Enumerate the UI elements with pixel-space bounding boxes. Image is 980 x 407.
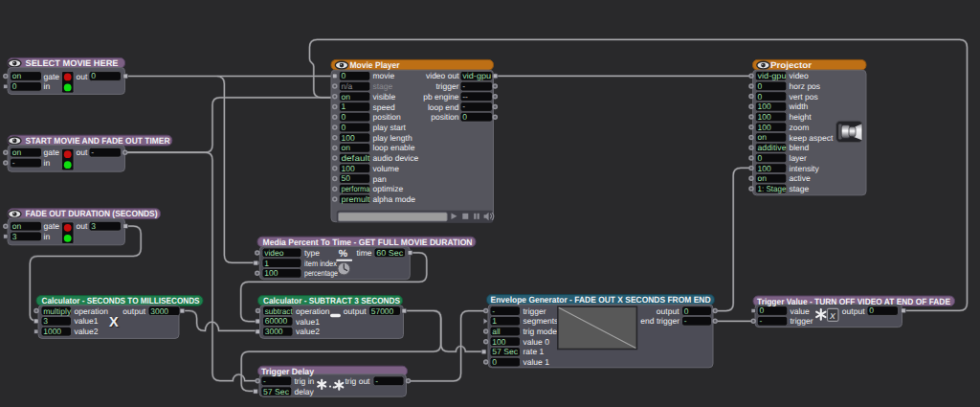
svg-text:zoom: zoom: [790, 123, 810, 132]
svg-text:active: active: [790, 173, 811, 183]
svg-text:-: -: [12, 158, 15, 168]
svg-text:FADE OUT DURATION (SECONDS): FADE OUT DURATION (SECONDS): [26, 209, 158, 218]
svg-text:width: width: [789, 102, 809, 111]
svg-text:in: in: [44, 158, 51, 168]
svg-text:START MOVIE AND FADE OUT TIMER: START MOVIE AND FADE OUT TIMER: [26, 136, 170, 146]
svg-text:Media Percent To Time - GET FU: Media Percent To Time - GET FULL MOVIE D…: [263, 237, 473, 247]
svg-text:operation: operation: [296, 306, 330, 316]
svg-text:-: -: [760, 316, 763, 326]
svg-text:100: 100: [492, 337, 505, 347]
svg-text:60 Sec: 60 Sec: [376, 248, 404, 258]
svg-text:-: -: [263, 376, 266, 386]
svg-text:horz pos: horz pos: [790, 81, 821, 91]
svg-text:100: 100: [758, 164, 771, 173]
svg-text:100: 100: [342, 133, 355, 143]
svg-text:Movie Player: Movie Player: [350, 60, 400, 70]
svg-text:additive: additive: [758, 143, 787, 152]
svg-text:0: 0: [758, 92, 763, 102]
svg-text:50: 50: [342, 173, 351, 183]
svg-text:1: 1: [342, 102, 346, 111]
svg-text:gate: gate: [44, 221, 60, 231]
svg-text:trig mode: trig mode: [523, 327, 558, 336]
svg-text:100: 100: [758, 102, 771, 111]
svg-text:0: 0: [758, 81, 763, 91]
svg-text:-: -: [91, 147, 94, 157]
svg-text:trigger: trigger: [435, 81, 458, 91]
svg-text:out: out: [77, 221, 88, 231]
svg-text:keep aspect: keep aspect: [790, 133, 834, 143]
svg-text:on: on: [758, 173, 768, 183]
svg-text:0: 0: [91, 71, 96, 80]
svg-text:0: 0: [684, 306, 689, 316]
svg-text:60000: 60000: [265, 316, 288, 326]
svg-text:SELECT MOVIE HERE: SELECT MOVIE HERE: [26, 58, 119, 68]
svg-text:1000: 1000: [43, 327, 61, 336]
svg-text:height: height: [790, 112, 813, 122]
svg-text:Projector: Projector: [770, 60, 813, 70]
svg-text:gate: gate: [44, 72, 60, 81]
svg-text:0: 0: [342, 71, 346, 80]
svg-text:value2: value2: [296, 327, 320, 336]
svg-text:vid-gpu: vid-gpu: [462, 71, 491, 80]
svg-text:57000: 57000: [371, 306, 394, 316]
svg-text:volume: volume: [373, 164, 400, 173]
svg-text:video out: video out: [426, 71, 459, 80]
svg-text:Calculator - SECONDS TO MILLIS: Calculator - SECONDS TO MILLISECONDS: [42, 296, 200, 305]
svg-text:type: type: [304, 248, 320, 258]
svg-text:movie: movie: [373, 71, 395, 80]
svg-text:n/a: n/a: [342, 81, 353, 91]
svg-text:-: -: [375, 376, 378, 386]
svg-text:Trigger Value - TURN OFF VIDEO: Trigger Value - TURN OFF VIDEO AT END OF…: [757, 297, 950, 306]
svg-text:0: 0: [758, 153, 763, 163]
svg-text:video: video: [790, 71, 810, 80]
svg-text:all: all: [492, 327, 501, 336]
svg-text:100: 100: [758, 123, 771, 132]
svg-text:subtract: subtract: [265, 306, 294, 316]
svg-text:trigger: trigger: [791, 316, 813, 326]
svg-text:value 0: value 0: [523, 337, 550, 347]
svg-text:output: output: [842, 306, 865, 316]
svg-text:--: --: [462, 92, 468, 102]
svg-text:operation: operation: [75, 306, 109, 316]
svg-text:speed: speed: [373, 102, 395, 112]
svg-text:segments: segments: [523, 316, 559, 326]
svg-text:on: on: [12, 147, 22, 157]
svg-text:1: 1: [492, 316, 497, 326]
svg-text:loop end: loop end: [428, 102, 459, 112]
svg-text:alpha mode: alpha mode: [373, 194, 416, 204]
svg-text:100: 100: [758, 112, 771, 122]
svg-text:on: on: [758, 132, 768, 142]
svg-text:3: 3: [43, 316, 48, 326]
svg-text:end trigger: end trigger: [640, 316, 679, 326]
svg-text:loop enable: loop enable: [373, 143, 415, 152]
svg-text:100: 100: [264, 268, 278, 278]
svg-text:in: in: [44, 81, 51, 91]
svg-text:layer: layer: [790, 153, 808, 163]
svg-text:output: output: [657, 306, 679, 316]
svg-text:0: 0: [462, 112, 467, 122]
svg-text:on: on: [342, 92, 351, 102]
svg-text:video: video: [264, 248, 284, 258]
svg-text:0: 0: [760, 305, 765, 315]
svg-text:x: x: [829, 310, 835, 322]
svg-text:output: output: [344, 306, 367, 316]
svg-text:0: 0: [342, 123, 346, 132]
svg-text:trigger: trigger: [523, 306, 546, 316]
svg-text:gate: gate: [44, 147, 60, 157]
svg-text:performa: performa: [342, 184, 370, 193]
svg-text:100: 100: [342, 164, 355, 173]
svg-text:pan: pan: [373, 174, 387, 184]
svg-text:time: time: [357, 248, 372, 258]
svg-text:stage: stage: [373, 81, 393, 91]
svg-text:3000: 3000: [150, 306, 168, 316]
svg-text:intensity: intensity: [790, 164, 820, 173]
svg-text:stage: stage: [790, 184, 810, 193]
svg-text:multiply: multiply: [43, 306, 72, 316]
svg-text:default: default: [342, 153, 371, 163]
svg-text:out: out: [77, 72, 88, 81]
svg-text:optimize: optimize: [373, 184, 404, 193]
svg-text:percentage: percentage: [304, 268, 338, 278]
svg-text:-: -: [492, 306, 495, 316]
svg-text:play start: play start: [373, 123, 407, 132]
svg-text:X: X: [109, 315, 119, 330]
